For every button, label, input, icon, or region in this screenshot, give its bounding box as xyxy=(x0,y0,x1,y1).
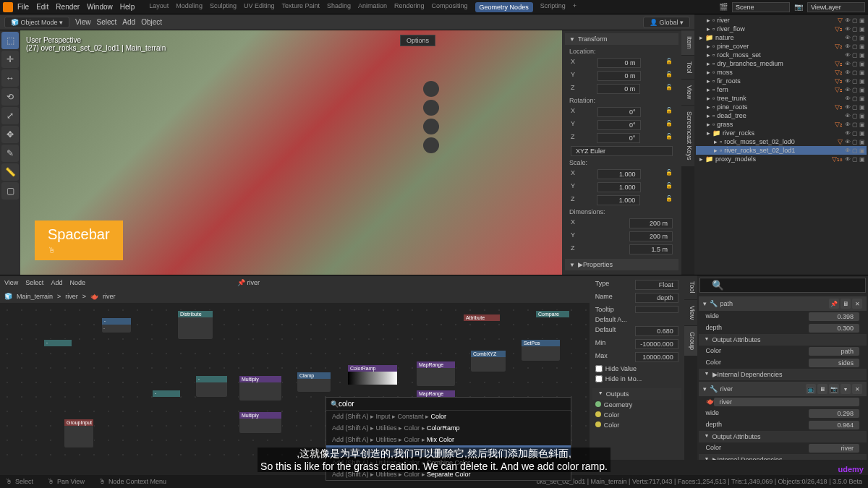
node-canvas[interactable]: · ·· Distribute · · Multiply Multiply Cl… xyxy=(0,303,590,460)
dim-x[interactable]: 200 m xyxy=(629,218,673,228)
outliner-item[interactable]: ▸▫rock_moss_set👁▢▣ xyxy=(696,51,867,59)
hide-value-checkbox[interactable] xyxy=(595,365,603,372)
ne-menu-view[interactable]: View xyxy=(4,279,18,286)
viewport-menu-select[interactable]: Select xyxy=(97,18,117,26)
scale-y[interactable]: 1.000 xyxy=(597,182,641,192)
tool-transform[interactable]: ✥ xyxy=(1,126,19,143)
viewport-3d[interactable]: User Perspective (27) over_rocks_set_02_… xyxy=(20,30,562,275)
breadcrumb-1[interactable]: river xyxy=(65,293,78,300)
search-result-row[interactable]: Add (Shift A) ▸ Utilities ▸ Color ▸ Colo… xyxy=(326,422,571,434)
attr-sides[interactable]: sides xyxy=(809,359,859,367)
outliner-item[interactable]: ▸▫pine_roots▽₂👁▢▣ xyxy=(696,103,867,111)
pan-icon[interactable] xyxy=(423,100,439,116)
vtab-screencast[interactable]: Screencast Keys xyxy=(681,106,694,166)
pin-icon[interactable]: 📌 xyxy=(829,299,839,309)
tool-move[interactable]: ↔ xyxy=(1,69,19,87)
scene-name-input[interactable] xyxy=(732,2,790,12)
menu-window[interactable]: Window xyxy=(87,3,113,11)
river-nodetree-input[interactable]: river xyxy=(714,398,859,406)
outliner-item[interactable]: ▸▫fern▽₂👁▢▣ xyxy=(696,85,867,94)
lock-icon[interactable]: 🔓 xyxy=(665,107,673,117)
loc-y[interactable]: 0 m xyxy=(597,71,641,81)
menu-help[interactable]: Help xyxy=(120,3,135,11)
ne-menu-node[interactable]: Node xyxy=(69,279,85,286)
tab-layout[interactable]: Layout xyxy=(149,2,169,12)
river-depth-input[interactable]: 0.964 xyxy=(809,421,859,429)
outliner-item[interactable]: ▸▫tree_trunk👁▢▣ xyxy=(696,94,867,103)
lock-icon[interactable]: 🔓 xyxy=(665,182,673,192)
menu-file[interactable]: File xyxy=(17,3,29,11)
properties-header[interactable]: ▶ Properties xyxy=(565,259,678,270)
tab-scripting[interactable]: Scripting xyxy=(540,2,566,12)
rot-y[interactable]: 0° xyxy=(597,120,641,130)
monitor-icon[interactable]: 🖥 xyxy=(841,299,851,309)
type-dropdown[interactable]: Float xyxy=(635,280,678,290)
viewport-menu-add[interactable]: Add xyxy=(122,18,135,26)
tab-texturepaint[interactable]: Texture Paint xyxy=(281,2,320,12)
props-search-input[interactable] xyxy=(699,278,866,293)
outliner-item[interactable]: ▸▫rock_moss_set_02_lod0▽👁▢▣ xyxy=(696,137,867,146)
viewlayer-name-input[interactable] xyxy=(807,2,865,12)
output-socket-row[interactable]: Color xyxy=(592,420,681,430)
lock-icon[interactable]: 🔓 xyxy=(665,195,673,205)
lock-icon[interactable]: 🔓 xyxy=(665,169,673,179)
attr-river[interactable]: river xyxy=(809,444,859,453)
lock-icon[interactable]: 🔓 xyxy=(665,84,673,94)
outliner-item[interactable]: ▸▫fir_roots▽₂👁▢▣ xyxy=(696,77,867,85)
rotation-mode-dropdown[interactable]: XYZ Euler xyxy=(571,146,673,156)
breadcrumb-0[interactable]: Main_terrain xyxy=(17,293,53,300)
scale-z[interactable]: 1.000 xyxy=(597,195,640,205)
orientation-dropdown[interactable]: 👤 Global ▾ xyxy=(643,17,690,28)
viewport-options-button[interactable]: Options xyxy=(400,35,435,46)
output-socket-row[interactable]: Color xyxy=(592,410,681,420)
outliner-item[interactable]: ▸📁river_rocks👁▢▣ xyxy=(696,129,867,137)
ne-menu-select[interactable]: Select xyxy=(25,279,43,286)
output-socket-row[interactable]: Geometry xyxy=(592,400,681,410)
close-icon[interactable]: ✕ xyxy=(852,299,862,309)
tool-measure[interactable]: 📏 xyxy=(1,163,19,181)
outliner-item[interactable]: ▸▫pine_cover▽₂👁▢▣ xyxy=(696,42,867,51)
dim-y[interactable]: 200 m xyxy=(629,231,673,241)
tool-select-box[interactable]: ⬚ xyxy=(1,32,19,49)
tab-rendering[interactable]: Rendering xyxy=(394,2,425,12)
rot-z[interactable]: 0° xyxy=(597,133,640,143)
default-input[interactable]: 0.680 xyxy=(635,326,678,336)
path-depth-input[interactable]: 0.300 xyxy=(809,324,859,333)
node-tree-name[interactable]: river xyxy=(247,279,260,286)
lock-icon[interactable]: 🔓 xyxy=(665,120,673,130)
menu-edit[interactable]: Edit xyxy=(36,3,48,11)
hide-modifier-checkbox[interactable] xyxy=(595,375,603,382)
tool-annotate[interactable]: ✎ xyxy=(1,145,19,162)
ne-menu-add[interactable]: Add xyxy=(51,279,62,286)
tab-add[interactable]: + xyxy=(573,2,576,12)
tool-cursor[interactable]: ✛ xyxy=(1,51,19,68)
max-input[interactable]: 10000.000 xyxy=(635,352,678,362)
dim-z[interactable]: 1.5 m xyxy=(629,244,673,254)
outliner-item[interactable]: ▸▫river▽👁▢▣ xyxy=(696,16,867,25)
vtab-ne-group[interactable]: Group xyxy=(684,326,697,356)
tab-animation[interactable]: Animation xyxy=(358,2,387,12)
vtab-ne-view[interactable]: View xyxy=(684,300,697,325)
min-input[interactable]: -10000.000 xyxy=(635,339,678,349)
tab-geometrynodes[interactable]: Geometry Nodes xyxy=(475,2,533,12)
outliner-item[interactable]: ▸📁nature👁▢▣ xyxy=(696,33,867,42)
outliner-item[interactable]: ▸▫dry_branches_medium▽₂👁▢▣ xyxy=(696,59,867,68)
river-wide-input[interactable]: 0.298 xyxy=(809,409,859,418)
outliner-item[interactable]: ▸▫grass▽₂👁▢▣ xyxy=(696,120,867,129)
outliner[interactable]: ▸▫river▽👁▢▣ ▸▫river_flow▽₂👁▢▣▸📁nature👁▢▣… xyxy=(694,14,868,275)
outliner-item[interactable]: ▸▫moss▽₂👁▢▣ xyxy=(696,68,867,77)
vtab-tool[interactable]: Tool xyxy=(681,56,694,80)
tool-rotate[interactable]: ⟲ xyxy=(1,88,19,106)
vtab-view[interactable]: View xyxy=(681,80,694,105)
loc-z[interactable]: 0 m xyxy=(597,84,640,94)
lock-icon[interactable]: 🔓 xyxy=(665,58,673,68)
tool-scale[interactable]: ⤢ xyxy=(1,107,19,124)
search-result-row[interactable]: Add (Shift A) ▸ Input ▸ Constant ▸ Color xyxy=(326,411,571,422)
camera-icon[interactable] xyxy=(423,119,439,134)
internal-deps-header[interactable]: ▶ Internal Dependencies xyxy=(699,369,867,380)
vtab-item[interactable]: Item xyxy=(681,30,694,55)
viewport-menu-object[interactable]: Object xyxy=(141,18,162,26)
tab-uvediting[interactable]: UV Editing xyxy=(244,2,275,12)
tab-compositing[interactable]: Compositing xyxy=(432,2,468,12)
menu-render[interactable]: Render xyxy=(56,3,80,11)
